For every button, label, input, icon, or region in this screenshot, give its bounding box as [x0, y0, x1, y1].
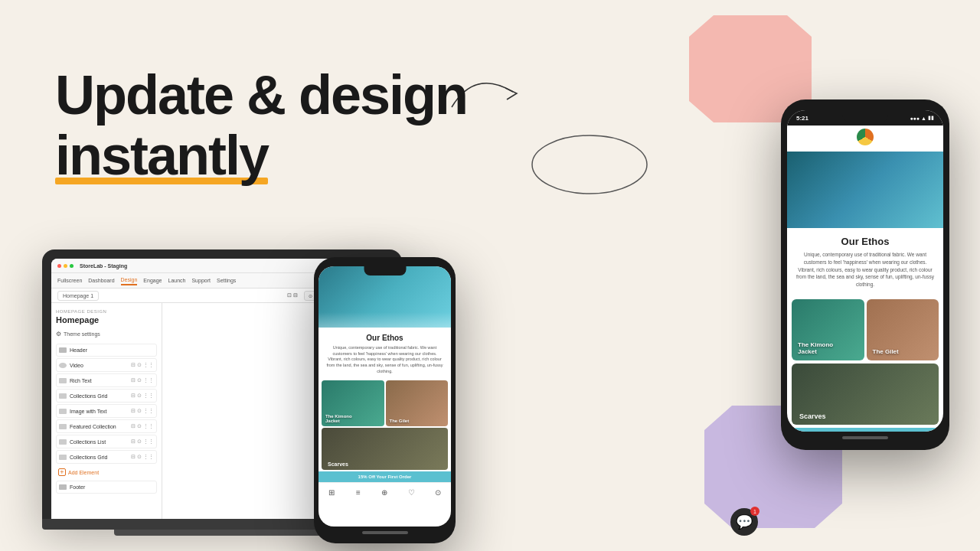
phone-center-notch — [364, 266, 406, 276]
phone-center-section-text: Unique, contemporary use of traditional … — [326, 345, 443, 374]
hero-section: Update & design instantly — [55, 65, 467, 186]
phone-right-label-scarves: Scarves — [799, 412, 826, 420]
sidebar-item-image-text: Image with Text ⊟⊙⋮⋮ — [56, 404, 157, 418]
nav-design[interactable]: Design — [121, 276, 138, 285]
item-label-footer: Footer — [70, 484, 85, 490]
admin-logo: StoreLab - Staging — [80, 263, 127, 269]
dot-yellow — [64, 264, 67, 268]
phone-right-status-icons: ●●● ▲ ▮▮ — [910, 115, 934, 121]
sidebar-item-featured: Featured Collection ⊟⊙⋮⋮ — [56, 419, 157, 433]
item-actions-video: ⊟⊙⋮⋮ — [131, 362, 154, 368]
phone-right-hero-image — [787, 152, 943, 228]
phone-center-banner: 15% Off Your First Order — [318, 471, 451, 482]
phone-center-nav-account: ⊙ — [433, 487, 443, 497]
svg-point-0 — [532, 135, 647, 194]
add-element-button[interactable]: + Add Element — [56, 465, 157, 479]
phone-center-label-kimono: The KimonoJacket — [325, 414, 352, 423]
sidebar-page-title: Homepage — [56, 315, 157, 324]
phone-center-section-title: Our Ethos — [326, 334, 443, 342]
phone-right-logo — [857, 129, 874, 145]
phone-right-section-title: Our Ethos — [796, 236, 934, 247]
admin-sidebar: HOMEPAGE DESIGN Homepage ⚙ Theme setting… — [51, 303, 162, 519]
nav-engage[interactable]: Engage — [143, 276, 162, 285]
nav-dashboard[interactable]: Dashboard — [88, 276, 114, 285]
device-icons: ⊡ ⊟ — [287, 292, 298, 298]
sidebar-item-collections-grid: Collections Grid ⊟⊙⋮⋮ — [56, 389, 157, 403]
phone-center-nav: ⊞ ≡ ⊕ ♡ ⊙ — [318, 482, 451, 501]
nav-support[interactable]: Support — [191, 276, 211, 285]
laptop-stand — [114, 530, 330, 536]
dot-red — [57, 264, 61, 268]
phone-right-grid-gilet: The Gilet — [867, 299, 939, 360]
phone-right-time: 5:21 — [796, 115, 808, 122]
nav-fullscreen[interactable]: Fullscreen — [57, 276, 82, 285]
phone-right-mockup: 5:21 ●●● ▲ ▮▮ Our Ethos Unique, contempo… — [781, 99, 949, 450]
item-label-featured: Featured Collection — [70, 424, 116, 429]
theme-settings-link[interactable]: Theme settings — [64, 331, 100, 337]
sidebar-item-header: Header — [56, 344, 157, 357]
phone-center-label-scarves: Scarves — [328, 461, 348, 467]
phone-right-screen: 5:21 ●●● ▲ ▮▮ Our Ethos Unique, contempo… — [787, 110, 943, 432]
nav-launch[interactable]: Launch — [168, 276, 185, 285]
phone-center-grid-item-gilet: The Gilet — [386, 380, 449, 426]
item-label-collections-grid: Collections Grid — [70, 393, 107, 399]
sidebar-section-title: HOMEPAGE DESIGN — [56, 309, 157, 314]
phone-center-nav-wishlist: ♡ — [406, 487, 416, 497]
phone-right-banner: 15% Off Your First Order — [792, 428, 939, 432]
phone-right-label-gilet: The Gilet — [873, 348, 899, 356]
add-element-label: Add Element — [68, 470, 99, 475]
phone-right-grid: The KimonoJacket The Gilet — [792, 299, 939, 360]
chat-bubble[interactable]: 💬 1 — [730, 508, 758, 536]
phone-center-hero-image — [318, 266, 451, 328]
item-actions-rich-text: ⊟⊙⋮⋮ — [131, 377, 154, 383]
phone-center-home-bar — [362, 531, 408, 534]
phone-right-ethos-section: Our Ethos Unique, contemporary use of tr… — [787, 228, 943, 296]
hero-line2: instantly — [55, 126, 467, 186]
dot-green — [70, 264, 74, 268]
phone-center-nav-menu: ≡ — [353, 487, 364, 497]
homepage-tab[interactable]: Homepage 1 — [57, 291, 99, 301]
sidebar-item-rich-text: Rich Text ⊟⊙⋮⋮ — [56, 373, 157, 387]
sidebar-item-collections-grid2: Collections Grid ⊟⊙⋮⋮ — [56, 450, 157, 464]
item-label-header: Header — [70, 347, 87, 353]
phone-right-scarves: Scarves — [792, 364, 939, 425]
item-label-collections-grid2: Collections Grid — [70, 455, 107, 460]
phone-center-grid-item-kimono: The KimonoJacket — [322, 380, 384, 426]
scribble-circle — [521, 122, 658, 202]
phone-center-label-gilet: The Gilet — [390, 419, 410, 423]
phone-center-ethos-section: Our Ethos Unique, contemporary use of tr… — [318, 328, 451, 380]
phone-right-label-kimono: The KimonoJacket — [798, 341, 833, 356]
phone-center-mockup: Our Ethos Unique, contemporary use of tr… — [314, 257, 456, 543]
sidebar-item-video: Video ⊟⊙⋮⋮ — [56, 358, 157, 372]
phone-center-grid: The KimonoJacket The Gilet — [322, 380, 448, 426]
phone-center-bottom-item: Scarves — [322, 428, 448, 470]
item-label-collections-list: Collections List — [70, 439, 106, 445]
hero-highlight: instantly — [55, 126, 268, 186]
sidebar-item-footer: Footer — [56, 481, 157, 494]
hero-line1: Update & design — [55, 65, 467, 126]
phone-center-screen: Our Ethos Unique, contemporary use of tr… — [318, 266, 451, 527]
sidebar-item-collections-list: Collections List ⊟⊙⋮⋮ — [56, 435, 157, 448]
phone-center-nav-cart: ⊕ — [379, 487, 390, 497]
nav-settings[interactable]: Settings — [217, 276, 236, 285]
item-label-image-text: Image with Text — [70, 409, 107, 414]
phone-right-grid-kimono: The KimonoJacket — [792, 299, 864, 360]
phone-right-home-bar — [842, 436, 888, 439]
item-label-video: Video — [70, 363, 83, 368]
item-label-rich-text: Rich Text — [70, 378, 92, 383]
chat-icon: 💬 — [736, 514, 753, 530]
phone-center-nav-home: ⊞ — [326, 487, 337, 497]
chat-badge: 1 — [750, 507, 760, 516]
phone-right-section-text: Unique, contemporary use of traditional … — [796, 251, 934, 289]
